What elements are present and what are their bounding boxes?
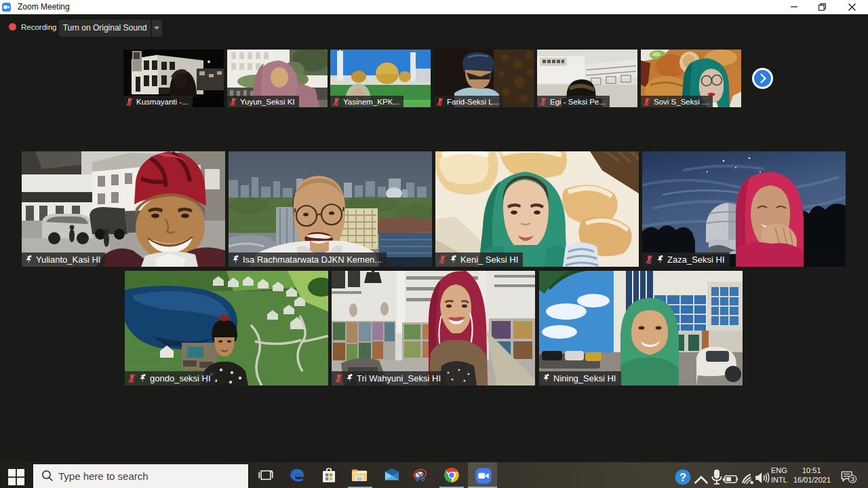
svg-text:3: 3	[850, 475, 854, 483]
svg-text:?: ?	[679, 471, 686, 483]
